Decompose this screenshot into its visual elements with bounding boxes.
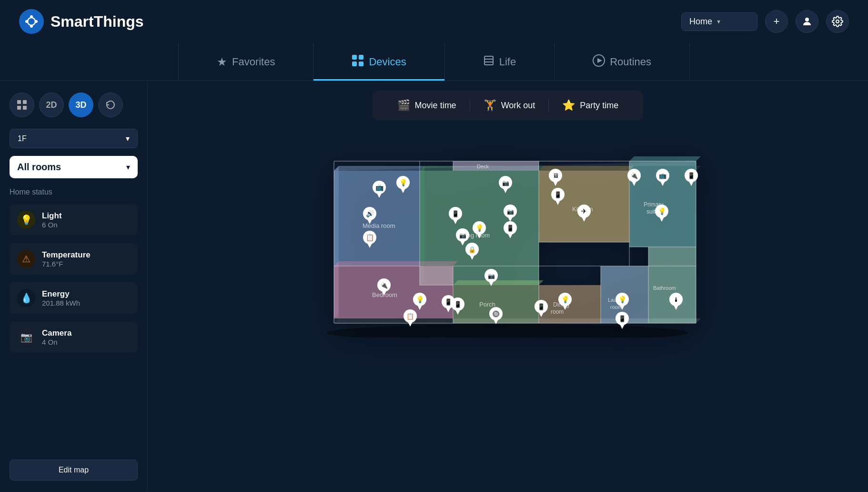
room-selector[interactable]: All rooms ▾ xyxy=(10,156,138,178)
svg-text:📷: 📷 xyxy=(488,272,495,279)
floor-label: 1F xyxy=(18,134,27,143)
scene-workout-label: Work out xyxy=(501,101,535,111)
room-label: All rooms xyxy=(17,162,61,173)
tab-devices[interactable]: Devices xyxy=(313,43,444,81)
nav-tabs: ★ Favorites Devices Life xyxy=(0,43,868,81)
svg-rect-8 xyxy=(359,55,363,60)
tab-favorites[interactable]: ★ Favorites xyxy=(178,43,313,81)
svg-text:Bathroom: Bathroom xyxy=(653,285,676,291)
svg-text:📱: 📱 xyxy=(618,315,626,323)
routines-icon xyxy=(593,54,605,70)
2d-view-button[interactable]: 2D xyxy=(39,92,64,117)
temperature-info: Temperature 71.6°F xyxy=(42,250,91,268)
svg-text:Media room: Media room xyxy=(363,222,395,229)
svg-marker-37 xyxy=(334,261,458,266)
add-button[interactable]: + xyxy=(765,10,788,33)
svg-text:Porch: Porch xyxy=(479,301,495,308)
chevron-down-icon: ▾ xyxy=(717,18,720,25)
grid-view-button[interactable] xyxy=(10,92,34,117)
svg-rect-9 xyxy=(352,62,357,66)
temperature-name: Temperature xyxy=(42,250,91,260)
status-camera[interactable]: 📷 Camera 4 On xyxy=(10,321,138,353)
map-area: 🎬 Movie time 🏋 Work out ⭐ Party time xyxy=(148,81,868,492)
status-temperature[interactable]: ⚠ Temperature 71.6°F xyxy=(10,243,138,275)
energy-value: 201.88 kWh xyxy=(42,299,80,307)
svg-text:📺: 📺 xyxy=(659,172,667,180)
svg-marker-68 xyxy=(334,318,701,323)
scene-workout[interactable]: 🏋 Work out xyxy=(470,95,549,115)
history-view-button[interactable] xyxy=(98,92,123,117)
tab-favorites-label: Favorites xyxy=(232,56,275,68)
svg-marker-43 xyxy=(539,285,601,323)
svg-point-3 xyxy=(25,20,28,23)
energy-name: Energy xyxy=(42,289,80,299)
profile-icon[interactable] xyxy=(796,10,818,33)
energy-info: Energy 201.88 kWh xyxy=(42,289,80,307)
main-content: 2D 3D 1F ▾ All rooms ▾ Home status 💡 Lig… xyxy=(0,81,868,492)
svg-text:💡: 💡 xyxy=(399,179,408,187)
svg-text:✈: ✈ xyxy=(581,207,587,215)
svg-text:🖥: 🖥 xyxy=(553,172,559,179)
svg-point-4 xyxy=(35,20,38,23)
header-right: Home ▾ + xyxy=(681,10,849,33)
svg-point-20 xyxy=(327,324,689,338)
svg-text:📱: 📱 xyxy=(537,303,545,311)
svg-rect-18 xyxy=(17,106,21,110)
tab-life[interactable]: Life xyxy=(445,43,555,81)
view-controls: 2D 3D xyxy=(10,92,138,117)
party-icon: ⭐ xyxy=(562,99,575,112)
floor-plan-svg: Media room Living room Kitchen Primary s… xyxy=(305,133,710,338)
svg-marker-67 xyxy=(334,166,339,323)
svg-text:💡: 💡 xyxy=(618,296,627,304)
svg-text:🌡: 🌡 xyxy=(673,296,679,303)
light-icon: 💡 xyxy=(17,211,35,229)
home-label: Home xyxy=(689,17,712,27)
floor-selector[interactable]: 1F ▾ xyxy=(10,129,138,148)
svg-text:📱: 📱 xyxy=(454,300,462,308)
life-icon xyxy=(483,55,495,69)
tab-life-label: Life xyxy=(499,56,516,68)
light-name: Light xyxy=(42,211,62,221)
svg-rect-7 xyxy=(352,55,357,60)
workout-icon: 🏋 xyxy=(484,99,496,112)
svg-text:📋: 📋 xyxy=(406,312,414,320)
header: SmartThings Home ▾ + xyxy=(0,0,868,43)
devices-icon xyxy=(352,54,364,70)
svg-text:💡: 💡 xyxy=(658,207,666,215)
svg-marker-33 xyxy=(629,156,701,161)
svg-text:🔒: 🔒 xyxy=(468,246,476,254)
tab-routines-label: Routines xyxy=(610,56,651,68)
svg-text:🔌: 🔌 xyxy=(630,172,638,180)
scene-party[interactable]: ⭐ Party time xyxy=(549,95,632,115)
settings-icon[interactable] xyxy=(826,10,849,33)
energy-icon: 💧 xyxy=(17,289,35,307)
camera-value: 4 On xyxy=(42,338,71,346)
svg-marker-41 xyxy=(453,280,544,285)
temperature-value: 71.6°F xyxy=(42,260,91,268)
logo: SmartThings xyxy=(19,9,144,34)
svg-text:💡: 💡 xyxy=(475,224,484,232)
status-energy[interactable]: 💧 Energy 201.88 kWh xyxy=(10,282,138,314)
svg-point-2 xyxy=(30,25,33,28)
svg-rect-16 xyxy=(17,100,21,104)
svg-point-1 xyxy=(30,15,33,18)
svg-text:💡: 💡 xyxy=(561,296,570,304)
svg-point-0 xyxy=(28,18,35,25)
svg-text:📷: 📷 xyxy=(459,232,466,239)
3d-view-button[interactable]: 3D xyxy=(69,92,93,117)
svg-rect-17 xyxy=(23,100,27,104)
svg-text:📺: 📺 xyxy=(375,184,384,192)
scene-movie[interactable]: 🎬 Movie time xyxy=(384,95,470,115)
edit-map-button[interactable]: Edit map xyxy=(10,460,138,481)
svg-point-5 xyxy=(805,18,809,21)
svg-rect-11 xyxy=(484,56,493,65)
floor-chevron-icon: ▾ xyxy=(126,134,130,143)
svg-rect-10 xyxy=(359,62,363,66)
home-status-heading: Home status xyxy=(10,188,138,196)
light-info: Light 6 On xyxy=(42,211,62,229)
scene-movie-label: Movie time xyxy=(415,101,456,111)
tab-routines[interactable]: Routines xyxy=(555,43,690,81)
home-selector[interactable]: Home ▾ xyxy=(681,12,757,31)
status-light[interactable]: 💡 Light 6 On xyxy=(10,204,138,236)
svg-text:📱: 📱 xyxy=(506,224,515,232)
